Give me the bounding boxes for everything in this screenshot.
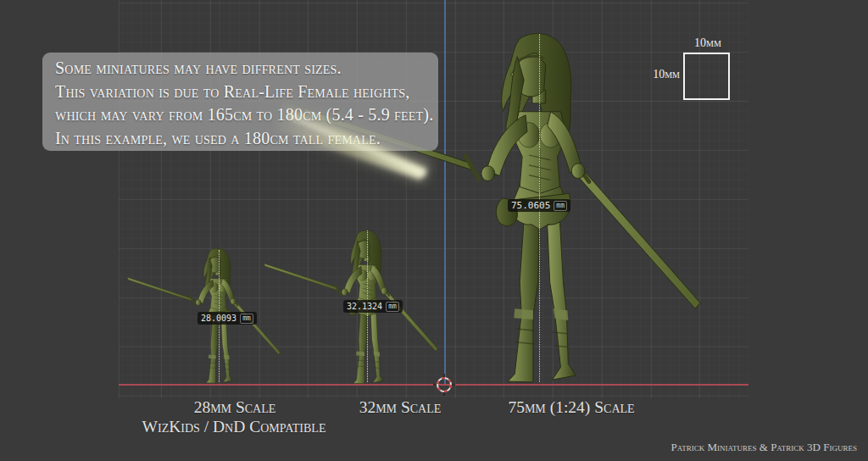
measurement-label-28mm: 28.0093mm	[198, 312, 257, 325]
caption-wizkids-compatible: WizKids / DnD Compatible	[142, 418, 326, 436]
watermark-brand: Patrick Miniatures & Patrick 3D Figures	[670, 441, 857, 454]
measurement-value: 75.0605	[511, 200, 550, 211]
measurement-value: 32.1324	[347, 302, 382, 311]
blender-3d-viewport[interactable]: 28.0093mm 32.1324mm 75.0605mm Some minia…	[0, 0, 868, 461]
measurement-label-75mm: 75.0605mm	[508, 199, 570, 212]
note-line-2: This variation is due to Real-Life Femal…	[55, 81, 426, 104]
measurement-unit: mm	[240, 314, 253, 324]
caption-75mm-scale: 75mm (1:24) Scale	[508, 398, 634, 417]
note-line-4: In this example, we used a 180cm tall fe…	[55, 127, 426, 151]
note-line-1: Some miniatures may have diffrent sizes.	[55, 57, 426, 81]
caption-28mm-scale: 28mm Scale	[194, 398, 276, 417]
measurement-unit: mm	[554, 201, 567, 211]
info-note-box: Some miniatures may have diffrent sizes.…	[42, 53, 438, 151]
measurement-value: 28.0093	[201, 314, 236, 323]
measurement-label-32mm: 32.1324mm	[343, 300, 403, 313]
caption-32mm-scale: 32mm Scale	[359, 398, 442, 417]
measurement-unit: mm	[386, 302, 399, 312]
note-line-3: which may vary from 165cm to 180cm (5.4 …	[55, 103, 426, 127]
